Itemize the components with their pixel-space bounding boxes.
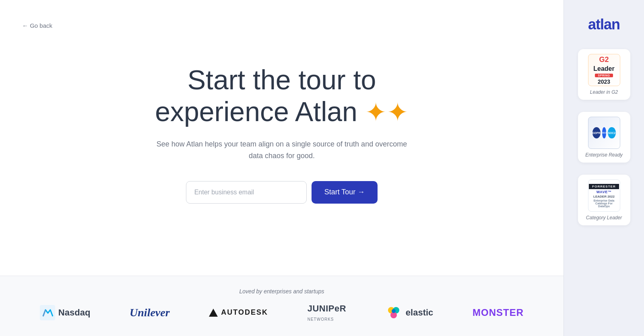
gdpr-circle: GDPR (592, 127, 601, 138)
nasdaq-logo: Nasdaq (40, 305, 90, 320)
go-back-link[interactable]: ← Go back (22, 22, 52, 29)
hero-section: Start the tour to experience Atlan ✦✦ Se… (0, 0, 564, 276)
elastic-label: elastic (406, 307, 433, 318)
logos-row: Nasdaq Unilever AUTODESK JUNIPeR NETWORK… (24, 303, 539, 322)
svg-point-5 (392, 309, 396, 313)
forrester-badge-image: FORRESTER WAVE™ LEADER 2022 Enterprise D… (588, 179, 620, 212)
enterprise-badge-card: GDPR ISO SOC2 Enterprise Ready (578, 112, 630, 163)
email-input[interactable] (186, 181, 307, 204)
g2-spring-text: SPRING (595, 74, 613, 77)
g2-leader-text: Leader (593, 65, 614, 72)
monster-logo: MONSTER (473, 307, 524, 318)
start-tour-label: Start Tour → (324, 188, 365, 196)
juniper-sub-label: NETWORKS (308, 317, 334, 322)
unilever-logo: Unilever (130, 306, 170, 319)
forrester-sub: Enterprise Data Catalogs For DataOps (591, 199, 617, 208)
forrester-wave: WAVE™ (597, 190, 611, 194)
cta-row: Start Tour → (186, 181, 378, 204)
monster-label: MONSTER (473, 307, 524, 318)
forrester-badge-label: Category Leader (586, 215, 622, 221)
enterprise-badge-image: GDPR ISO SOC2 (588, 117, 620, 149)
sidebar: atlan G2 Leader SPRING 2023 Leader in G2… (564, 0, 644, 336)
soc2-circle: SOC2 (608, 127, 615, 138)
autodesk-logo: AUTODESK (209, 308, 268, 317)
nasdaq-label: Nasdaq (58, 307, 90, 318)
start-tour-button[interactable]: Start Tour → (312, 181, 378, 204)
sparkle-icon: ✦✦ (365, 98, 409, 127)
autodesk-triangle-icon (209, 308, 218, 317)
g2-badge-card: G2 Leader SPRING 2023 Leader in G2 (578, 49, 630, 100)
elastic-icon-svg (386, 305, 402, 321)
main-content: ← Go back Start the tour to experience A… (0, 0, 564, 336)
g2-badge-label: Leader in G2 (590, 89, 618, 95)
g2-year-text: 2023 (598, 78, 610, 85)
svg-marker-1 (209, 309, 218, 317)
atlan-logo: atlan (588, 16, 620, 33)
logos-tagline: Loved by enterprises and startups (24, 288, 539, 295)
hero-title-line2: experience Atlan (155, 96, 357, 127)
forrester-badge-card: FORRESTER WAVE™ LEADER 2022 Enterprise D… (578, 175, 630, 225)
juniper-label: JUNIPeR (308, 303, 346, 314)
logos-section: Loved by enterprises and startups Nasdaq… (0, 276, 564, 336)
juniper-logo: JUNIPeR NETWORKS (308, 303, 346, 322)
autodesk-label: AUTODESK (221, 308, 268, 317)
unilever-label: Unilever (130, 306, 170, 319)
go-back-label: ← Go back (22, 22, 52, 29)
elastic-logo: elastic (386, 305, 433, 321)
forrester-header: FORRESTER (589, 184, 619, 189)
forrester-year: LEADER 2022 (593, 195, 615, 198)
hero-title-line1: Start the tour to (188, 64, 376, 95)
hero-title: Start the tour to experience Atlan ✦✦ (155, 64, 409, 127)
hero-subtitle: See how Atlan helps your team align on a… (153, 138, 411, 162)
enterprise-badge-label: Enterprise Ready (585, 152, 623, 158)
g2-badge-image: G2 Leader SPRING 2023 (588, 54, 620, 86)
nasdaq-icon-svg (40, 305, 55, 320)
g2-logo-text: G2 (599, 56, 609, 64)
iso-circle: ISO (602, 127, 607, 138)
